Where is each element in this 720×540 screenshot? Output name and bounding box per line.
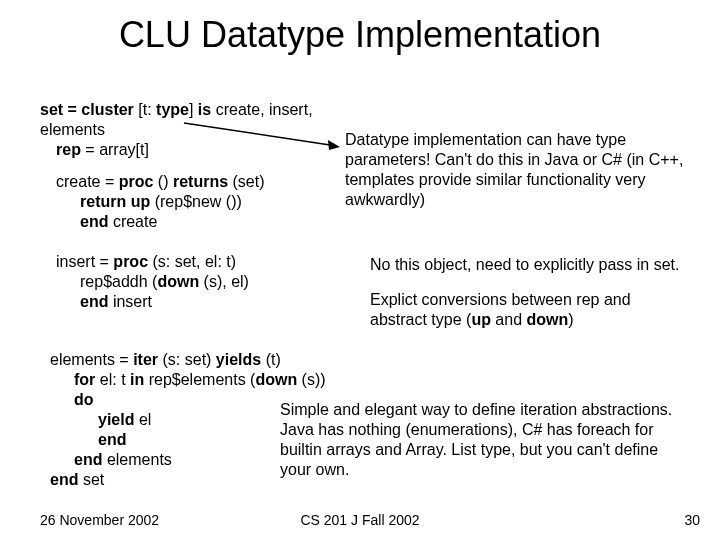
- kw: set = cluster: [40, 101, 138, 118]
- note-datatype-params: Datatype implementation can have type pa…: [345, 130, 685, 210]
- code-block-insert: insert = proc (s: set, el: t) rep$addh (…: [40, 252, 340, 312]
- note-no-this: No this object, need to explicitly pass …: [370, 255, 690, 275]
- slide: CLU Datatype Implementation set = cluste…: [0, 0, 720, 540]
- footer-course: CS 201 J Fall 2002: [0, 512, 720, 528]
- note-conversions: Explict conversions between rep and abst…: [370, 290, 690, 330]
- code-block-top: set = cluster [t: type] is create, inser…: [40, 100, 340, 232]
- note-iteration: Simple and elegant way to define iterati…: [280, 400, 680, 480]
- footer-page-number: 30: [684, 512, 700, 528]
- page-title: CLU Datatype Implementation: [0, 14, 720, 56]
